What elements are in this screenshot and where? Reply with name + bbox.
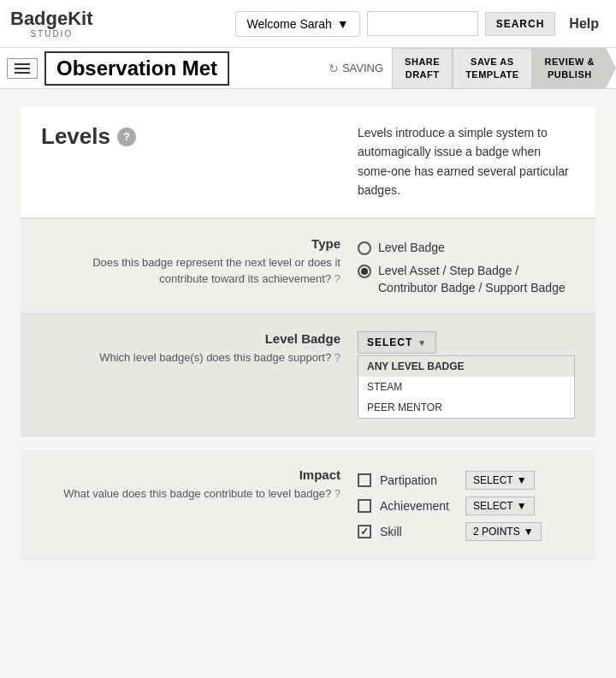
radio-level-badge[interactable]: Level Badge (358, 240, 575, 257)
hamburger-button[interactable] (7, 58, 38, 79)
skill-points-arrow-icon: ▼ (524, 526, 534, 538)
search-input[interactable] (367, 11, 478, 36)
logo-block: BadgeKit STUDIO (10, 9, 93, 39)
hamburger-line (15, 68, 30, 69)
type-section-left: Type Does this badge represent the next … (41, 236, 341, 288)
impact-help-icon[interactable]: ? (335, 487, 341, 500)
select-label: SELECT (367, 336, 412, 348)
hamburger-line (15, 72, 30, 74)
review-publish-button[interactable]: REVIEW &PUBLISH (532, 48, 616, 89)
radio-circle-level-badge (358, 241, 371, 255)
levels-title: Levels (41, 123, 110, 150)
type-help-icon[interactable]: ? (335, 272, 341, 285)
search-button[interactable]: SEARCH (485, 12, 556, 36)
levels-description: Levels introduce a simple system to auto… (358, 123, 575, 200)
select-chevron-icon: ▼ (418, 338, 427, 348)
participation-row: Partipation SELECT ▼ (358, 471, 575, 490)
participation-select-button[interactable]: SELECT ▼ (465, 471, 535, 490)
hamburger-line (15, 63, 30, 65)
impact-desc: What value does this badge contribute to… (63, 487, 341, 500)
dropdown-item-peer-mentor[interactable]: PEER MENTOR (358, 397, 574, 418)
impact-section-right: Partipation SELECT ▼ Achievement SELECT … (358, 467, 575, 541)
level-badge-right: SELECT ▼ ANY LEVEL BADGE STEAM PEER MENT… (358, 331, 575, 419)
impact-section-left: Impact What value does this badge contri… (41, 467, 341, 503)
levels-desc-text: Levels introduce a simple system to auto… (358, 123, 575, 200)
title-bar: Observation Met ↻ SAVING SHAREDRAFT SAVE… (0, 48, 616, 89)
welcome-label: Welcome Sarah (246, 17, 331, 31)
level-badge-help-icon[interactable]: ? (335, 351, 341, 364)
skill-points-label: 2 POINTS (473, 526, 520, 538)
type-radio-group: Level Badge Level Asset / Step Badge /Co… (358, 240, 575, 297)
impact-label: Impact (41, 467, 341, 482)
type-section: Type Does this badge represent the next … (21, 218, 595, 315)
level-badge-label: Level Badge (41, 331, 341, 346)
radio-label-level-badge: Level Badge (378, 240, 445, 257)
radio-level-asset[interactable]: Level Asset / Step Badge /Contributor Ba… (358, 263, 575, 296)
page-title: Observation Met (44, 51, 229, 86)
level-badge-left: Level Badge Which level badge(s) does th… (41, 331, 341, 366)
achievement-select-button[interactable]: SELECT ▼ (465, 497, 535, 515)
dropdown-item-steam[interactable]: STEAM (358, 377, 574, 397)
level-badge-section: Level Badge Which level badge(s) does th… (21, 314, 595, 437)
levels-help-icon[interactable]: ? (117, 128, 136, 146)
share-draft-button[interactable]: SHAREDRAFT (392, 48, 453, 89)
participation-select-arrow-icon: ▼ (517, 474, 527, 486)
achievement-row: Achievement SELECT ▼ (358, 497, 575, 515)
header: BadgeKit STUDIO Welcome Sarah ▼ SEARCH H… (0, 0, 616, 48)
type-desc: Does this badge represent the next level… (92, 256, 341, 286)
achievement-label: Achievement (380, 499, 457, 513)
main-content: Levels ? Levels introduce a simple syste… (0, 89, 616, 576)
participation-label: Partipation (380, 473, 457, 487)
achievement-checkbox[interactable] (358, 499, 371, 513)
achievement-select-arrow-icon: ▼ (517, 500, 527, 512)
radio-label-level-asset: Level Asset / Step Badge /Contributor Ba… (378, 263, 566, 296)
participation-checkbox[interactable] (358, 473, 371, 487)
skill-label: Skill (380, 525, 457, 538)
saving-label: SAVING (342, 62, 383, 74)
level-badge-desc: Which level badge(s) does this badge sup… (99, 351, 341, 364)
impact-checkbox-group: Partipation SELECT ▼ Achievement SELECT … (358, 471, 575, 541)
help-button[interactable]: Help (562, 11, 606, 37)
skill-row: Skill 2 POINTS ▼ (358, 522, 575, 541)
logo-text: BadgeKit (10, 9, 93, 29)
saving-icon: ↻ (329, 62, 339, 75)
save-as-template-button[interactable]: SAVE ASTEMPLATE (453, 48, 531, 89)
skill-checkbox[interactable] (358, 525, 371, 538)
welcome-button[interactable]: Welcome Sarah ▼ (235, 11, 359, 37)
radio-circle-level-asset (358, 265, 371, 278)
type-label: Type (41, 236, 341, 251)
saving-status: ↻ SAVING (329, 62, 383, 75)
levels-intro: Levels ? Levels introduce a simple syste… (21, 106, 595, 218)
logo-sub: STUDIO (10, 29, 93, 39)
level-badge-dropdown: ANY LEVEL BADGE STEAM PEER MENTOR (358, 355, 575, 419)
level-badge-select-button[interactable]: SELECT ▼ (358, 331, 436, 354)
participation-select-label: SELECT (473, 474, 513, 486)
achievement-select-label: SELECT (473, 500, 513, 512)
welcome-chevron-icon: ▼ (337, 17, 349, 31)
dropdown-item-any-level-badge[interactable]: ANY LEVEL BADGE (358, 356, 574, 377)
impact-section: Impact What value does this badge contri… (21, 450, 595, 559)
levels-left: Levels ? (41, 123, 341, 160)
skill-points-select-button[interactable]: 2 POINTS ▼ (465, 522, 542, 541)
type-section-right: Level Badge Level Asset / Step Badge /Co… (358, 236, 575, 297)
